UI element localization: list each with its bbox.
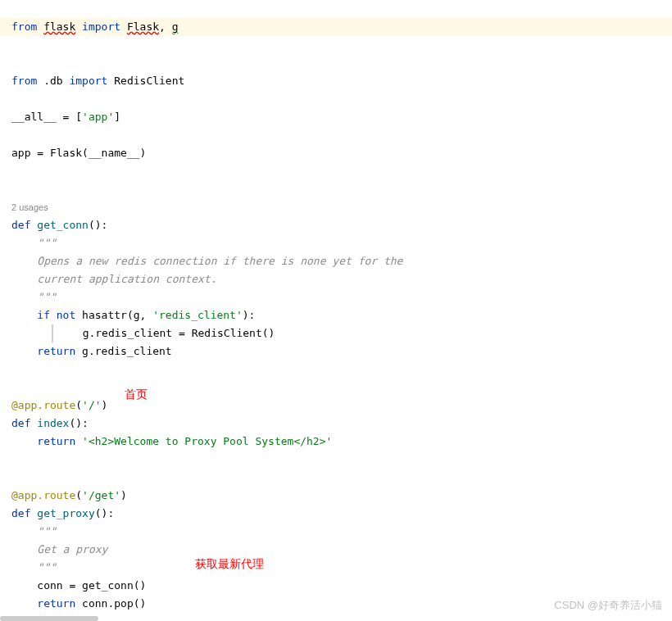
dunder-all: __all__ = [ [11,111,82,123]
highlighted-line: from flask import Flask, g [0,18,672,36]
keyword-def: def [11,507,37,519]
docstring-open: """ [11,237,57,249]
keyword-return: return [37,435,82,447]
keyword-import: import [69,75,107,87]
keyword-def: def [11,417,37,429]
keyword-import: import [82,20,120,33]
keyword-return: return [37,597,82,610]
keyword-from: from [11,75,37,87]
keyword-return: return [37,345,82,357]
app-assign: app = Flask(__name__) [11,147,146,159]
func-get-conn: get_conn [37,219,89,231]
keyword-if-not: if not [37,309,82,321]
docstring-close: """ [11,561,57,573]
import-g: g [172,20,179,33]
usages-hint[interactable]: 2 usages [11,202,48,212]
keyword-from: from [11,20,37,33]
assign-redis-client: g.redis_client = RedisClient() [83,327,275,339]
conn-assign: conn = get_conn() [11,579,146,592]
decorator-route: @app.route [11,489,75,501]
docstring-close: """ [11,291,57,303]
docstring-line: Opens a new redis connection if there is… [11,255,409,267]
module-flask: flask [43,20,75,33]
gutter-indicator: g.redis_client = RedisClient() [52,324,275,342]
code-editor[interactable]: from flask import Flask, g from .db impo… [0,0,672,621]
csdn-watermark: CSDN @好奇养活小猫 [554,596,662,614]
docstring-open: """ [11,525,57,537]
docstring-line: current application context. [11,273,216,285]
func-index: index [37,417,69,429]
welcome-string: '<h2>Welcome to Proxy Pool System</h2>' [82,435,332,447]
import-Flask: Flask [127,20,159,33]
decorator-route: @app.route [11,399,75,411]
keyword-def: def [11,219,37,231]
func-get-proxy: get_proxy [37,507,94,519]
docstring-line: Get a proxy [11,543,107,555]
scrollbar-thumb[interactable] [0,616,98,621]
annotation-homepage: 首页 [125,385,148,403]
horizontal-scrollbar[interactable] [0,616,672,621]
annotation-get-latest-proxy: 获取最新代理 [195,555,264,573]
